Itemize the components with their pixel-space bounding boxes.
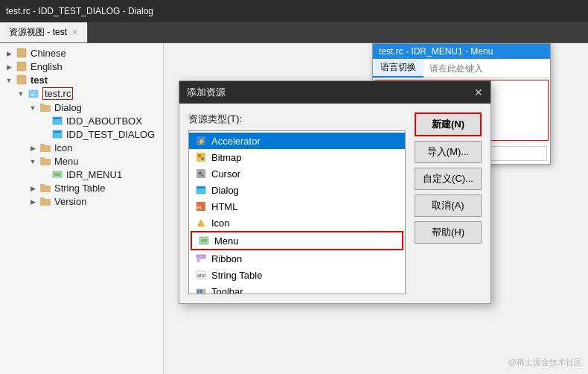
tree-item-icon-folder[interactable]: Icon xyxy=(0,141,163,154)
svg-rect-43 xyxy=(200,290,202,293)
tree-icon-idr-menu1 xyxy=(51,168,64,180)
svg-rect-11 xyxy=(40,145,51,152)
svg-rect-14 xyxy=(40,157,45,159)
svg-rect-1 xyxy=(17,62,26,71)
resource-list: ⚡ Accelerator xyxy=(188,130,406,294)
svg-rect-2 xyxy=(17,75,26,84)
resource-item-html[interactable]: H HTML xyxy=(189,198,405,215)
svg-rect-37 xyxy=(196,255,205,259)
tree-arrow-english xyxy=(3,63,15,71)
tree-label-icon: Icon xyxy=(54,142,73,153)
title-bar-text: test.rc - IDD_TEST_DIALOG - Dialog xyxy=(6,6,153,16)
tree-arrow-icon-folder xyxy=(27,144,39,152)
tree-label-idd-test-dialog: IDD_TEST_DIALOG xyxy=(66,129,155,140)
tree-label-idd-aboutbox: IDD_ABOUTBOX xyxy=(66,115,142,127)
icon-res-icon xyxy=(195,217,207,229)
svg-text:⚡: ⚡ xyxy=(197,137,206,146)
cursor-icon: ↖ xyxy=(195,168,207,180)
main-window: test.rc - IDD_TEST_DIALOG - Dialog 资源视图 … xyxy=(0,0,588,374)
tree-item-idr-menu1[interactable]: IDR_MENU1 xyxy=(0,168,163,181)
tree-item-test[interactable]: test xyxy=(0,73,163,86)
resource-item-dialog[interactable]: Dialog xyxy=(189,182,405,198)
string-table-icon: abc xyxy=(195,269,207,281)
tree-item-string-table[interactable]: String Table xyxy=(0,181,163,194)
tree-label-english: English xyxy=(31,61,63,72)
tree-icon-chinese xyxy=(15,47,28,59)
resource-item-ribbon[interactable]: Ribbon xyxy=(189,250,405,267)
tree-item-version[interactable]: Version xyxy=(0,194,163,208)
tree-item-dialog-folder[interactable]: Dialog xyxy=(0,101,163,114)
tree-label-version: Version xyxy=(54,196,86,207)
tree-arrow-version xyxy=(27,197,39,206)
icon-res-label: Icon xyxy=(211,218,230,229)
resource-item-bitmap[interactable]: Bitmap xyxy=(189,149,405,165)
svg-rect-12 xyxy=(40,144,45,146)
tree-label-chinese: Chinese xyxy=(31,48,66,59)
resource-item-cursor[interactable]: ↖ Cursor xyxy=(189,165,405,182)
lang-popup-tabs: 语言切换 xyxy=(373,59,550,78)
tab-bar: 资源视图 - test ✕ xyxy=(0,22,588,43)
bitmap-icon xyxy=(195,151,207,163)
dialog-resource-type-label: 资源类型(T): xyxy=(188,112,406,126)
lang-tab-input[interactable] xyxy=(424,59,550,77)
help-button[interactable]: 帮助(H) xyxy=(415,221,482,244)
bitmap-label: Bitmap xyxy=(211,152,241,163)
new-button[interactable]: 新建(N) xyxy=(415,112,482,136)
resource-item-toolbar[interactable]: Toolbar xyxy=(189,283,405,294)
svg-text:rc: rc xyxy=(31,92,34,97)
tree-icon-version xyxy=(39,195,52,207)
tree-item-chinese[interactable]: Chinese xyxy=(0,46,163,60)
svg-rect-19 xyxy=(40,184,45,186)
svg-rect-13 xyxy=(40,159,51,165)
lang-popup-title-bar: test.rc - IDR_MENU1 - Menu xyxy=(373,44,550,59)
tree-item-menu-folder[interactable]: Menu xyxy=(0,154,163,168)
tree-icon-test xyxy=(15,74,28,86)
svg-rect-42 xyxy=(197,290,199,293)
svg-rect-26 xyxy=(201,157,204,160)
tab-resource-view[interactable]: 资源视图 - test ✕ xyxy=(0,22,88,42)
tree-label-testrc: test.rc xyxy=(42,87,73,100)
cancel-button[interactable]: 取消(A) xyxy=(415,194,482,217)
tab-close-icon[interactable]: ✕ xyxy=(71,28,78,37)
tree-item-testrc[interactable]: rc test.rc xyxy=(0,86,163,101)
dialog-body: 资源类型(T): ⚡ Accelerator xyxy=(179,104,490,303)
dialog-left: 资源类型(T): ⚡ Accelerator xyxy=(188,112,406,294)
title-bar: test.rc - IDD_TEST_DIALOG - Dialog xyxy=(0,0,588,22)
cursor-label: Cursor xyxy=(211,168,240,180)
tree-arrow-dialog xyxy=(27,104,39,112)
ribbon-label: Ribbon xyxy=(211,253,242,264)
resource-item-string-table[interactable]: abc String Table xyxy=(189,267,405,283)
accelerator-label: Accelerator xyxy=(211,136,261,147)
svg-text:↖: ↖ xyxy=(198,170,204,178)
svg-marker-33 xyxy=(197,219,205,226)
import-button[interactable]: 导入(M)... xyxy=(415,141,482,163)
svg-rect-8 xyxy=(54,118,61,119)
tree-arrow-chinese xyxy=(3,49,15,57)
tree-icon-testrc: rc xyxy=(27,88,40,100)
resource-item-menu[interactable]: Menu xyxy=(191,231,403,250)
ribbon-icon xyxy=(195,253,207,264)
lang-tab-switch[interactable]: 语言切换 xyxy=(373,59,424,77)
tree-icon-icon-folder xyxy=(39,142,52,153)
svg-rect-15 xyxy=(53,171,62,177)
resource-item-accelerator[interactable]: ⚡ Accelerator xyxy=(189,133,405,149)
tree-arrow-string-table xyxy=(27,184,39,192)
dialog-title-text: 添加资源 xyxy=(187,86,226,99)
tree-arrow-menu-folder xyxy=(27,157,39,165)
menu-icon xyxy=(198,235,210,247)
tree-item-idd-aboutbox[interactable]: IDD_ABOUTBOX xyxy=(0,114,163,127)
left-panel: Chinese English test xyxy=(0,43,164,374)
dialog-close-button[interactable]: ✕ xyxy=(474,86,483,98)
resource-item-icon[interactable]: Icon xyxy=(189,215,405,231)
lang-popup-title: test.rc - IDR_MENU1 - Menu xyxy=(379,46,493,57)
toolbar-icon xyxy=(195,285,207,294)
dialog-title-bar: 添加资源 ✕ xyxy=(179,81,490,104)
tree-label-menu: Menu xyxy=(54,156,79,167)
add-resource-dialog: 添加资源 ✕ 资源类型(T): ⚡ xyxy=(179,80,491,304)
tree-item-idd-test-dialog[interactable]: IDD_TEST_DIALOG xyxy=(0,127,163,141)
toolbar-label: Toolbar xyxy=(211,286,243,295)
tree-item-english[interactable]: English xyxy=(0,60,163,73)
tree-icon-idd-test-dialog xyxy=(51,128,64,140)
custom-button[interactable]: 自定义(C)... xyxy=(415,168,482,190)
tree-icon-dialog-folder xyxy=(39,101,52,113)
